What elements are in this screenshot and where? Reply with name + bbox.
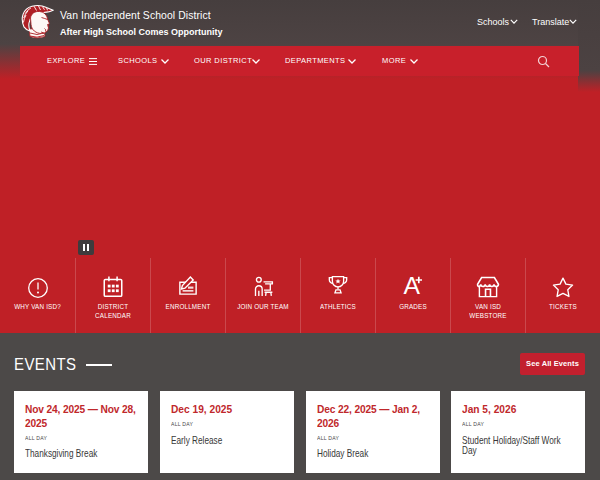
svg-text:A: A	[403, 272, 420, 296]
